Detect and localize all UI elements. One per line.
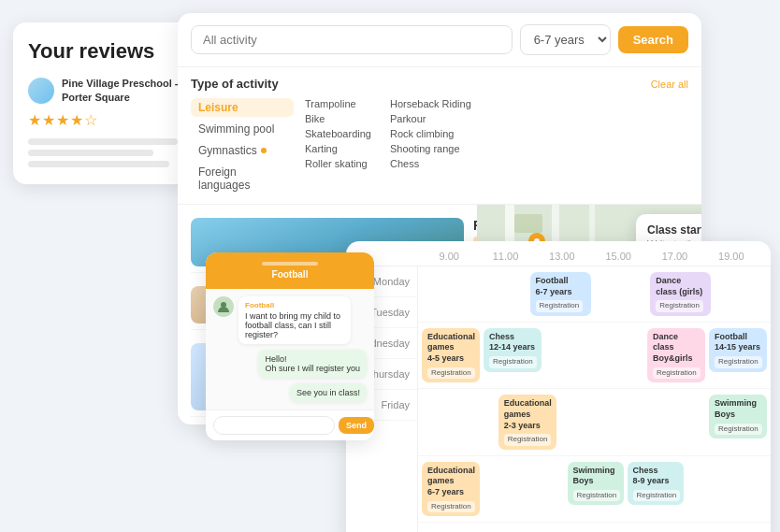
indicator-dot <box>261 148 267 153</box>
map-block-1 <box>514 214 542 233</box>
sub-chess[interactable]: Chess <box>390 158 471 169</box>
chat-reply-text-1: Hello!Oh sure I will register you <box>265 354 360 373</box>
block-football-tue[interactable]: Football14-15 years Registration <box>709 328 767 372</box>
chat-message-1: Football I want to bring my child to foo… <box>213 296 367 344</box>
sub-rock[interactable]: Rock climbing <box>390 128 471 139</box>
chat-reply-row-2: See you in class! <box>213 383 367 402</box>
schedule-row-wednesday: Educationalgames2-3 years Registration S… <box>418 389 771 455</box>
chat-header-name: Football <box>272 269 309 280</box>
block-edu-wed[interactable]: Educationalgames2-3 years Registration <box>498 395 556 449</box>
time-11: 11.00 <box>477 251 533 262</box>
block-chess-tue[interactable]: Chess12-14 years Registration <box>484 328 542 372</box>
chat-send-button[interactable]: Send <box>339 417 374 434</box>
block-edu-thu[interactable]: Educationalgames6-7 years Registration <box>422 462 480 516</box>
age-select[interactable]: 6-7 years <box>520 24 611 55</box>
block-swim-thu[interactable]: SwimmingBoys Registration <box>568 462 624 506</box>
school-avatar <box>28 78 54 104</box>
activity-languages[interactable]: Foreign languages <box>191 163 294 194</box>
sub-parkour[interactable]: Parkour <box>390 113 471 124</box>
activity-col-left: Leisure Swimming pool Gymnastics Foreign… <box>191 98 294 194</box>
chat-bubble-text-1: I want to bring my child to football cla… <box>245 311 344 339</box>
chat-reply-row: Hello!Oh sure I will register you <box>213 350 367 378</box>
chat-bubble-label: Football <box>245 301 344 309</box>
schedule-row-thursday: Educationalgames6-7 years Registration S… <box>418 456 771 523</box>
time-13: 13.00 <box>534 251 590 262</box>
chat-footer: Send <box>206 410 374 440</box>
time-9: 9.00 <box>421 251 477 262</box>
sub-shooting[interactable]: Shooting range <box>390 143 471 154</box>
chat-body: Football I want to bring my child to foo… <box>206 289 374 410</box>
review-line-2 <box>28 150 153 156</box>
school-name: Pine Village Preschool - Porter Square <box>62 77 195 104</box>
block-dance-tue[interactable]: Dance classBoy&girls Registration <box>647 328 705 382</box>
review-line-3 <box>28 161 169 167</box>
sub-bike[interactable]: Bike <box>305 113 371 124</box>
chat-header: Football <box>206 252 374 289</box>
block-swim-wed[interactable]: SwimmingBoys Registration <box>709 395 767 439</box>
time-19: 19.00 <box>703 251 759 262</box>
chat-avatar-1 <box>213 296 234 317</box>
schedule-card: 9.00 11.00 13.00 15.00 17.00 19.00 Monda… <box>346 241 771 532</box>
block-chess-thu[interactable]: Chess8-9 years Registration <box>628 462 684 506</box>
sub-col-1: Trampoline Bike Skateboarding Karting Ro… <box>305 98 371 194</box>
star-rating: ★★★★☆ <box>28 111 195 129</box>
chat-input[interactable] <box>213 416 335 435</box>
sub-col-2: Horseback Riding Parkour Rock climbing S… <box>390 98 471 194</box>
schedule-header: 9.00 11.00 13.00 15.00 17.00 19.00 <box>346 241 771 266</box>
search-input[interactable] <box>191 25 513 54</box>
sub-karting[interactable]: Karting <box>305 143 371 154</box>
schedule-row-friday <box>418 523 771 532</box>
review-line-1 <box>28 138 178 145</box>
sub-trampoline[interactable]: Trampoline <box>305 98 371 109</box>
search-bar: 6-7 years Search <box>178 13 701 67</box>
clear-link[interactable]: Clear all <box>651 79 688 90</box>
activity-col-right: Trampoline Bike Skateboarding Karting Ro… <box>305 98 471 194</box>
chat-bubble-reply-2: See you in class! <box>290 383 367 402</box>
chat-bubble-reply-1: Hello!Oh sure I will register you <box>258 350 367 378</box>
chat-card: Football Football I want to bring my chi… <box>206 252 374 440</box>
chat-reply-text-2: See you in class! <box>296 388 360 397</box>
sub-roller[interactable]: Roller skating <box>305 158 371 169</box>
block-football-mon[interactable]: Football6-7 years Registration <box>530 272 591 316</box>
dropdown-title-row: Type of activity Clear all <box>191 77 688 91</box>
schedule-row-monday: Football6-7 years Registration Danceclas… <box>418 266 771 323</box>
sub-horseback[interactable]: Horseback Riding <box>390 98 471 109</box>
block-edu-tue[interactable]: Educationalgames4-5 years Registration <box>422 328 480 382</box>
activity-leisure[interactable]: Leisure <box>191 98 294 117</box>
reviews-title: Your reviews <box>28 39 195 64</box>
schedule-row-tuesday: Educationalgames4-5 years Registration C… <box>418 323 771 389</box>
chat-bubble-1: Football I want to bring my child to foo… <box>238 296 351 344</box>
activity-columns: Leisure Swimming pool Gymnastics Foreign… <box>191 98 688 194</box>
block-dance-mon[interactable]: Danceclass (girls) Registration <box>650 272 711 316</box>
search-button[interactable]: Search <box>618 26 688 53</box>
schedule-grid: Football6-7 years Registration Danceclas… <box>417 266 771 532</box>
activity-gymnastics[interactable]: Gymnastics <box>191 141 294 160</box>
school-row: Pine Village Preschool - Porter Square <box>28 77 195 104</box>
dropdown-title: Type of activity <box>191 77 279 91</box>
gymnastics-label: Gymnastics <box>198 144 257 157</box>
review-lines <box>28 138 195 167</box>
activity-dropdown: Type of activity Clear all Leisure Swimm… <box>178 67 701 205</box>
chat-header-bar <box>262 262 318 266</box>
tooltip-title: Class starts in one hour <box>647 223 701 237</box>
activity-swimming[interactable]: Swimming pool <box>191 120 294 138</box>
time-17: 17.00 <box>646 251 702 262</box>
sub-skateboarding[interactable]: Skateboarding <box>305 128 371 139</box>
time-15: 15.00 <box>590 251 646 262</box>
schedule-body: Monday Tuesday Wednesday Thursday Friday… <box>346 266 771 532</box>
